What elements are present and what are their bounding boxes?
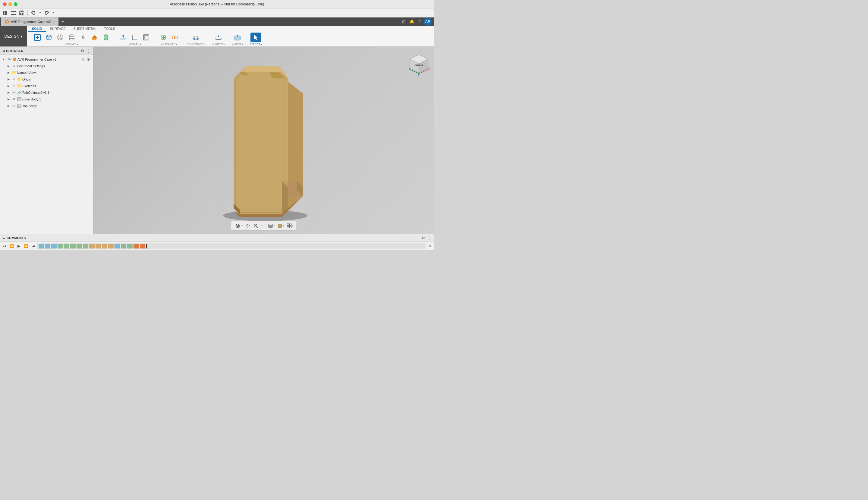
top-body-expand[interactable]: ▶	[6, 103, 11, 108]
menu-button[interactable]	[10, 9, 17, 16]
select-button[interactable]	[251, 33, 261, 42]
viewport[interactable]: FRONT X Y Z ▾	[93, 47, 434, 234]
comments-collapse-arrow[interactable]: ▲	[2, 236, 5, 239]
create-label[interactable]: CREATE ▾	[66, 43, 78, 46]
zoom-dropdown[interactable]: ▾	[261, 224, 263, 228]
revolve-button[interactable]	[101, 33, 112, 42]
timeline-item-5[interactable]	[70, 244, 76, 249]
timeline-item-7[interactable]	[83, 244, 88, 249]
timeline-item-2[interactable]	[51, 244, 57, 249]
tree-item-top-body[interactable]: ▶ 👁 Top Body:1	[0, 103, 93, 109]
root-eye-icon[interactable]: 👁	[7, 57, 11, 62]
construct-label[interactable]: CONSTRUCT ▾	[187, 43, 206, 46]
tree-item-base-body[interactable]: ▶ 👁 Base Body:1	[0, 96, 93, 103]
tab-close-button[interactable]: ×	[53, 20, 55, 23]
comments-resize-icon[interactable]: ⋮	[427, 236, 431, 240]
tree-item-root[interactable]: ▼ 👁 AVR Programmer Case v3 ⚙ ●	[0, 56, 93, 63]
root-expand-arrow[interactable]: ▼	[1, 57, 6, 62]
timeline-next-button[interactable]: ⏩	[23, 243, 29, 249]
new-component-button[interactable]	[32, 33, 43, 42]
browser-settings-icon[interactable]: ⚙	[80, 48, 85, 53]
tab-help-button[interactable]: ?	[416, 18, 423, 25]
base-body-eye-icon[interactable]: 👁	[11, 97, 16, 102]
tree-item-sketches[interactable]: ▶ 👁 📁 Sketches	[0, 83, 93, 89]
tab-layout-button[interactable]: ⊞	[400, 18, 407, 25]
save-button[interactable]	[18, 9, 25, 16]
assemble-label[interactable]: ASSEMBLE ▾	[161, 43, 177, 46]
tree-item-named-views[interactable]: ▶ 📁 Named Views	[0, 69, 93, 76]
sketches-eye-icon[interactable]: 👁	[11, 83, 16, 88]
measure-button[interactable]	[213, 33, 224, 42]
extrude-button[interactable]	[89, 33, 100, 42]
tab-sheet-metal[interactable]: SHEET METAL	[70, 26, 100, 32]
fillet-button[interactable]	[129, 33, 140, 42]
faboptimus-expand[interactable]: ▶	[6, 90, 11, 95]
timeline-item-16[interactable]	[140, 244, 145, 249]
timeline-item-8[interactable]	[89, 244, 95, 249]
timeline-item-3[interactable]	[58, 244, 63, 249]
minimize-button[interactable]	[9, 2, 12, 6]
nav-cube[interactable]: FRONT X Y Z	[407, 53, 431, 77]
timeline-item-15[interactable]	[134, 244, 139, 249]
timeline-item-11[interactable]	[108, 244, 114, 249]
timeline-item-10[interactable]	[102, 244, 107, 249]
tree-item-doc-settings[interactable]: ▶ ⚙ Document Settings	[0, 63, 93, 69]
timeline-item-12[interactable]	[115, 244, 120, 249]
origin-expand[interactable]: ▶	[6, 77, 11, 82]
redo-button[interactable]	[43, 9, 50, 16]
timeline-first-button[interactable]: ⏮	[1, 243, 7, 249]
timeline-play-button[interactable]: ▶	[16, 243, 22, 249]
modify-label[interactable]: MODIFY ▾	[129, 43, 141, 46]
joint-button[interactable]	[170, 33, 180, 42]
app-grid-button[interactable]	[1, 9, 9, 16]
shell-button[interactable]	[141, 33, 152, 42]
timeline-item-0[interactable]	[38, 244, 44, 249]
timeline-prev-button[interactable]: ⏪	[9, 243, 14, 249]
select-label[interactable]: SELECT ▾	[250, 43, 262, 46]
tab-tools[interactable]: TOOLS	[100, 26, 119, 32]
timeline-item-6[interactable]	[77, 244, 82, 249]
active-tab[interactable]: AVR Programmer Case v3* ×	[1, 18, 59, 26]
doc-settings-expand[interactable]: ▶	[6, 64, 11, 68]
redo-dropdown[interactable]: ▾	[51, 9, 55, 16]
faboptimus-eye-icon[interactable]: 👁	[11, 90, 16, 95]
press-pull-button[interactable]	[118, 33, 129, 42]
sketches-expand[interactable]: ▶	[6, 83, 11, 88]
visual-style-dropdown[interactable]: ▾	[277, 223, 285, 229]
timeline-item-1[interactable]	[45, 244, 50, 249]
maximize-button[interactable]	[14, 2, 18, 6]
named-views-expand[interactable]: ▶	[6, 70, 11, 75]
box-button[interactable]	[43, 33, 54, 42]
grid-dropdown[interactable]: ▾	[286, 223, 294, 229]
new-tab-button[interactable]: +	[59, 18, 67, 26]
close-button[interactable]	[3, 2, 7, 6]
timeline-item-4[interactable]	[64, 244, 69, 249]
base-body-expand[interactable]: ▶	[6, 97, 11, 102]
timeline-item-14[interactable]	[127, 244, 132, 249]
comments-settings-icon[interactable]: ⚙	[421, 236, 426, 240]
top-body-eye-icon[interactable]: 👁	[11, 103, 16, 108]
inspect-label[interactable]: INSPECT ▾	[212, 43, 225, 46]
undo-button[interactable]	[30, 9, 37, 16]
insert-mesh-button[interactable]	[232, 33, 243, 42]
tab-notifications-button[interactable]: 🔔	[408, 18, 415, 25]
zoom-button[interactable]	[253, 223, 259, 229]
design-dropdown-button[interactable]: DESIGN ▾	[0, 26, 27, 46]
undo-dropdown[interactable]: ▾	[38, 9, 42, 16]
browser-resize-handle[interactable]: ⋮	[86, 48, 91, 53]
tab-surface[interactable]: SURFACE	[46, 26, 69, 32]
root-settings-icon[interactable]: ⚙	[81, 57, 85, 61]
timeline-settings-button[interactable]: ⚙	[427, 243, 433, 249]
cylinder-button[interactable]	[66, 33, 77, 42]
pan-button[interactable]	[245, 223, 251, 229]
timeline-last-button[interactable]: ⏭	[30, 243, 36, 249]
new-component-asm-button[interactable]	[158, 33, 169, 42]
browser-collapse-arrow[interactable]: ◀	[2, 49, 5, 53]
formula-button[interactable]: fx	[78, 33, 89, 42]
orbit-dropdown[interactable]: ▾	[234, 222, 244, 229]
tab-user-button[interactable]: AE	[424, 18, 431, 26]
sphere-button[interactable]	[55, 33, 66, 42]
insert-label[interactable]: INSERT ▾	[232, 43, 244, 46]
timeline-item-13[interactable]	[121, 244, 126, 249]
tree-item-origin[interactable]: ▶ 👁 📁 Origin	[0, 76, 93, 83]
